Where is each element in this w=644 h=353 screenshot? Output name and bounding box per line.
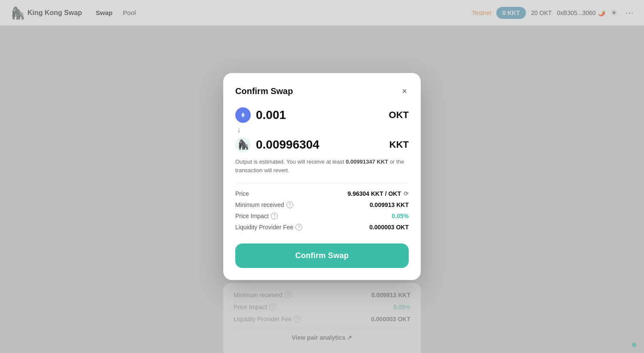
from-token-row: 0.001 OKT: [235, 107, 409, 123]
lp-fee-value: 0.000003 OKT: [369, 224, 409, 231]
modal-title: Confirm Swap: [235, 86, 293, 96]
modal-header: Confirm Swap ×: [235, 85, 409, 97]
lp-fee-row: Liquidity Provider Fee ? 0.000003 OKT: [235, 224, 409, 231]
price-impact-row: Price Impact ? 0.05%: [235, 213, 409, 219]
price-value: 9.96304 KKT / OKT ⟳: [348, 190, 409, 197]
price-impact-label: Price Impact ?: [235, 213, 278, 219]
min-received-help-icon[interactable]: ?: [286, 201, 293, 208]
price-row: Price 9.96304 KKT / OKT ⟳: [235, 190, 409, 197]
estimated-min-value: 0.00991347 KKT: [346, 158, 388, 165]
modal-overlay: Confirm Swap × 0.001 OKT ↓ 🦍 0.00996304 …: [0, 0, 644, 353]
from-amount: 0.001: [256, 108, 384, 122]
min-received-row: Minimum received ? 0.009913 KKT: [235, 201, 409, 208]
refresh-price-icon[interactable]: ⟳: [404, 190, 409, 197]
to-token-icon: 🦍: [235, 137, 251, 152]
estimated-note: Output is estimated. You will receive at…: [235, 158, 409, 174]
modal-divider: [235, 183, 409, 183]
to-token-label: KKT: [389, 139, 409, 150]
min-received-value: 0.009913 KKT: [370, 201, 409, 208]
close-button[interactable]: ×: [400, 85, 409, 97]
confirm-swap-button[interactable]: Confirm Swap: [235, 243, 409, 268]
price-impact-help-icon[interactable]: ?: [271, 213, 278, 219]
lp-fee-help-icon[interactable]: ?: [295, 224, 302, 231]
from-token-label: OKT: [389, 110, 409, 121]
to-amount: 0.00996304: [256, 138, 384, 152]
to-token-row: 🦍 0.00996304 KKT: [235, 137, 409, 152]
confirm-swap-modal: Confirm Swap × 0.001 OKT ↓ 🦍 0.00996304 …: [223, 73, 421, 280]
from-token-icon: [235, 107, 251, 123]
min-received-label: Minimum received ?: [235, 201, 293, 208]
estimated-prefix: Output is estimated. You will receive at…: [235, 158, 346, 165]
swap-direction-arrow: ↓: [237, 125, 409, 135]
price-label: Price: [235, 190, 249, 197]
lp-fee-label: Liquidity Provider Fee ?: [235, 224, 302, 231]
price-impact-value: 0.05%: [392, 213, 409, 219]
